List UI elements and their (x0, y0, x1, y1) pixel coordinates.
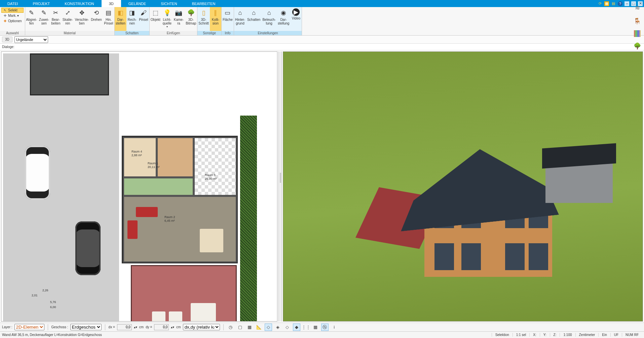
options-label: Optionen (8, 19, 22, 23)
video-button[interactable]: ▶Video (290, 7, 302, 31)
menu-tab-datei[interactable]: DATEI (0, 0, 26, 7)
bearbeiten-button[interactable]: ✂Bear-beiten (50, 7, 62, 31)
hin-pinsel-label: Hin.Pinsel (104, 18, 113, 25)
menu-tab-konstruktion[interactable]: KONSTRUKTION (57, 0, 101, 7)
grid-dots-icon[interactable]: ⋮⋮ (302, 324, 310, 331)
objekt-button[interactable]: ⬚Objekt (150, 7, 161, 31)
beleuchtung-label: Beleuch-tung (262, 18, 275, 25)
pinsel-button[interactable]: 🖌Pinsel (138, 7, 149, 31)
car-dark (75, 221, 101, 275)
clock-icon[interactable]: ◷ (227, 324, 234, 331)
verschieben-button[interactable]: ✥Verschie-ben (74, 7, 90, 31)
dy-spinner[interactable]: ▴▾ (171, 325, 174, 329)
menu-tab-bearbeiten[interactable]: BEARBEITEN (185, 0, 223, 7)
dx-unit: cm (139, 325, 144, 329)
eyedropper-icon: ✎ (27, 8, 36, 17)
group-auswahl-label: Auswahl (0, 31, 25, 35)
snap1-icon[interactable]: ◇ (265, 324, 272, 331)
room-2-name: Raum 2 (164, 215, 175, 219)
help-icon[interactable]: ? (618, 1, 622, 6)
sync-icon[interactable]: ⟳ (598, 1, 602, 6)
beleuchtung-button[interactable]: ⌂Beleuch-tung (261, 7, 276, 31)
zuweisen-button[interactable]: ✎Zuwei-sen (38, 7, 50, 31)
drehen-label: Drehen (91, 18, 102, 22)
ruler-icon[interactable]: 📐 (255, 324, 263, 331)
car-white (25, 146, 50, 200)
menu-tab-sichten[interactable]: SICHTEN (153, 0, 184, 7)
mark-label: Mark. (8, 14, 16, 17)
bitmap-button[interactable]: 🌳3D-Bitmap (185, 7, 197, 31)
dim: 6,00 (50, 305, 56, 309)
darstellen-button[interactable]: ◧Dar-stellen (115, 7, 126, 31)
schatten2-button[interactable]: ⌂Schatten (246, 7, 261, 31)
room-3-name: Raum 3 (205, 173, 216, 177)
layer-select[interactable]: 2D-Elemen (14, 324, 44, 330)
snap4-icon[interactable]: ◆ (293, 324, 300, 331)
grid-icon[interactable]: ▦ (312, 324, 319, 331)
mark-button[interactable]: ✛Mark.▾ (1, 13, 24, 18)
screen-icon[interactable]: ▢ (236, 324, 244, 331)
garage-2d (30, 53, 109, 95)
darstellung-button[interactable]: ◉Dar-stellung (277, 7, 290, 31)
licht-button[interactable]: 💡Licht-quelle▾ (161, 7, 173, 31)
app-icon[interactable]: ▦ (604, 1, 609, 6)
dim: 5,76 (50, 300, 56, 304)
collision-icon: ‖ (211, 8, 220, 17)
snap2-icon[interactable]: ◈ (274, 324, 281, 331)
geschoss-select[interactable]: Erdgeschos (70, 324, 102, 330)
minimize-button[interactable]: ‒ (624, 1, 629, 6)
furniture-icon[interactable]: 🪑 (633, 17, 642, 26)
drehen-button[interactable]: ⟲Drehen (90, 7, 103, 31)
dx-spinner[interactable]: ▴▾ (134, 325, 137, 329)
dx-label: dx = (109, 325, 115, 329)
kollision-label: Kolli-sion (212, 18, 219, 25)
menu-tab-gelaende[interactable]: GELÄNDE (121, 0, 154, 7)
info-icon[interactable]: i (331, 324, 338, 331)
tree-tool-icon[interactable]: 🌳 (633, 42, 642, 50)
pane-splitter[interactable] (278, 51, 282, 322)
status-unit: Zentimeter (575, 333, 599, 337)
room-2: Raum 2 6,45 m² (123, 196, 237, 262)
brush-icon: ▤ (104, 8, 113, 17)
north-icon[interactable]: Ⓝ (321, 324, 329, 331)
hintergrund-button[interactable]: ⌂Hinter-grund (234, 7, 246, 31)
abgreifen-button[interactable]: ✎Abgrei-fen (25, 7, 38, 31)
options-button[interactable]: ✚Optionen (1, 18, 24, 24)
dim: 2,26 (42, 289, 48, 292)
status-uf: UF (610, 333, 622, 337)
view-mode-pill[interactable]: 3D (2, 37, 12, 42)
palette-icon[interactable] (634, 30, 641, 37)
dim: 2,01 (32, 294, 38, 297)
menu-tab-projekt[interactable]: PROJEKT (26, 0, 58, 7)
dy-input[interactable] (154, 324, 169, 330)
rotate-icon: ⟲ (92, 8, 101, 17)
kollision-button[interactable]: ‖Kolli-sion (210, 7, 221, 31)
menu-tab-3d[interactable]: 3D (102, 0, 121, 7)
3d-side-toolbar: ≋ 🪑 🌳 (632, 3, 643, 50)
move-icon: ✥ (77, 8, 86, 17)
kamera-button[interactable]: 📷Kame-ra (173, 7, 185, 31)
rechnen-button[interactable]: ◨Rech-nen (126, 7, 138, 31)
calc-icon: ◨ (128, 8, 137, 17)
rechnen-label: Rech-nen (128, 18, 137, 25)
3d-viewport[interactable] (283, 51, 643, 322)
flaeche-button[interactable]: ▭Fläche (222, 7, 234, 31)
snap3-icon[interactable]: ◇ (283, 324, 291, 331)
room-3-area: 25,90 m² (205, 177, 217, 180)
room-stairs (157, 137, 194, 177)
terrain-select[interactable]: Urgelände (14, 36, 48, 43)
2d-plan-viewport[interactable]: Raum 4 2,88 m² Raum 1 20,11 m² Raum 3 25… (1, 51, 277, 322)
room-2-area: 6,45 m² (164, 219, 175, 222)
group-material-label: Material (25, 31, 114, 35)
stack-icon[interactable]: ▦ (246, 324, 253, 331)
coord-mode-select[interactable]: dx,dy (relativ ka (183, 324, 220, 330)
skalieren-button[interactable]: ⤢Skalie-ren (62, 7, 74, 31)
scale-icon: ⤢ (63, 8, 72, 17)
layers-icon[interactable]: ≋ (633, 3, 642, 12)
sofa-2 (127, 220, 138, 239)
dx-input[interactable] (117, 324, 132, 330)
select-button[interactable]: ↖Selekt (1, 8, 24, 13)
folder-icon[interactable]: ▤ (611, 1, 616, 6)
hin-pinsel-button[interactable]: ▤Hin.Pinsel (103, 7, 114, 31)
3d-schnitt-button[interactable]: ▯3D-Schnitt (197, 7, 210, 31)
